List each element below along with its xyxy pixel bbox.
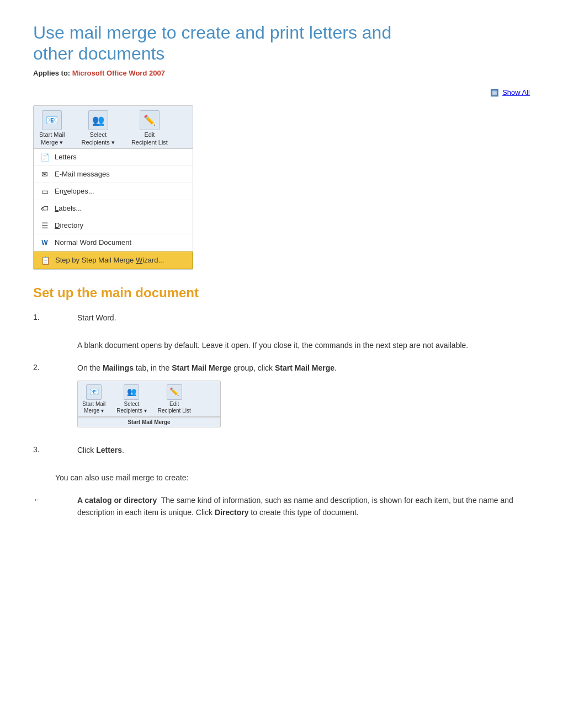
ribbon-small-btn-start: 📧 Start Mail Merge ▾ [82, 384, 105, 414]
start-mail-merge-small-icon: 📧 [86, 384, 102, 400]
menu-item-labels[interactable]: 🏷 Labels... [34, 200, 193, 217]
bullet-list: ← A catalog or directory The same kind o… [33, 494, 530, 519]
step-1: 1. Start Word. [33, 312, 530, 329]
menu-item-directory[interactable]: ☰ Directory [34, 217, 193, 234]
applies-to: Applies to: Microsoft Office Word 2007 [33, 69, 530, 77]
ribbon-top: 📧 Start Mail Merge ▾ 👥 Select Recipients… [34, 106, 193, 148]
step-1-note: A blank document opens by default. Leave… [77, 339, 530, 351]
step-2-content: On the Mailings tab, in the Start Mail M… [77, 362, 530, 434]
letters-icon: 📄 [39, 152, 50, 163]
wizard-icon: 📋 [40, 255, 51, 266]
email-messages-icon: ✉ [39, 169, 50, 180]
envelopes-icon: ▭ [39, 186, 50, 197]
step-3-number: 3. [33, 444, 77, 462]
labels-icon: 🏷 [39, 203, 50, 214]
applies-to-link[interactable]: Microsoft Office Word 2007 [72, 69, 165, 77]
show-all-link[interactable]: Show All [502, 88, 530, 97]
menu-item-normal-word-document[interactable]: W Normal Word Document [34, 234, 193, 251]
show-all-row: ▦ Show All [33, 88, 530, 97]
ribbon-top-small: 📧 Start Mail Merge ▾ 👥 Select Recipients… [78, 381, 220, 417]
menu-item-wizard[interactable]: 📋 Step by Step Mail Merge Wizard... [34, 251, 193, 269]
step-2: 2. On the Mailings tab, in the Start Mai… [33, 362, 530, 434]
ribbon-btn-select-recipients: 👥 Select Recipients ▾ [81, 110, 114, 146]
bullet-item-directory: ← A catalog or directory The same kind o… [33, 494, 530, 519]
ribbon-screenshot-top: 📧 Start Mail Merge ▾ 👥 Select Recipients… [33, 105, 193, 269]
step-1-content: Start Word. [77, 312, 530, 329]
edit-recipient-small-icon: ✏️ [167, 384, 182, 400]
menu-item-email-messages[interactable]: ✉ E-Mail messages [34, 166, 193, 183]
page-title: Use mail merge to create and print lette… [33, 22, 530, 65]
step-3: 3. Click Letters. [33, 444, 530, 462]
ribbon-bottom-label: Start Mail Merge [78, 417, 220, 427]
ribbon-small-btn-edit: ✏️ Edit Recipient List [158, 384, 191, 414]
normal-word-doc-icon: W [39, 237, 50, 248]
ribbon-screenshot-small: 📧 Start Mail Merge ▾ 👥 Select Recipients… [77, 381, 221, 427]
select-recipients-icon: 👥 [88, 110, 108, 130]
step-3-content: Click Letters. [77, 444, 530, 462]
directory-icon: ☰ [39, 220, 50, 231]
select-recipients-small-icon: 👥 [124, 384, 139, 400]
start-mail-merge-icon: 📧 [42, 110, 62, 130]
show-all-icon: ▦ [491, 89, 498, 97]
ribbon-btn-start-mail-merge: 📧 Start Mail Merge ▾ [39, 110, 65, 146]
ribbon-menu: 📄 Letters ✉ E-Mail messages ▭ Envelopes.… [34, 149, 193, 269]
menu-item-letters[interactable]: 📄 Letters [34, 149, 193, 166]
menu-item-envelopes[interactable]: ▭ Envelopes... [34, 183, 193, 200]
numbered-steps: 1. Start Word. A blank document opens by… [33, 312, 530, 462]
edit-recipient-list-icon: ✏️ [140, 110, 160, 130]
ribbon-btn-edit-recipient-list: ✏️ Edit Recipient List [131, 110, 168, 146]
bullet-content-directory: A catalog or directory The same kind of … [77, 494, 530, 519]
section-heading: Set up the main document [33, 285, 530, 301]
also-use-note: You can also use mail merge to create: [55, 472, 530, 484]
bullet-arrow: ← [33, 494, 77, 519]
step-1-number: 1. [33, 312, 77, 329]
step-2-number: 2. [33, 362, 77, 434]
ribbon-small-btn-select: 👥 Select Recipients ▾ [116, 384, 146, 414]
